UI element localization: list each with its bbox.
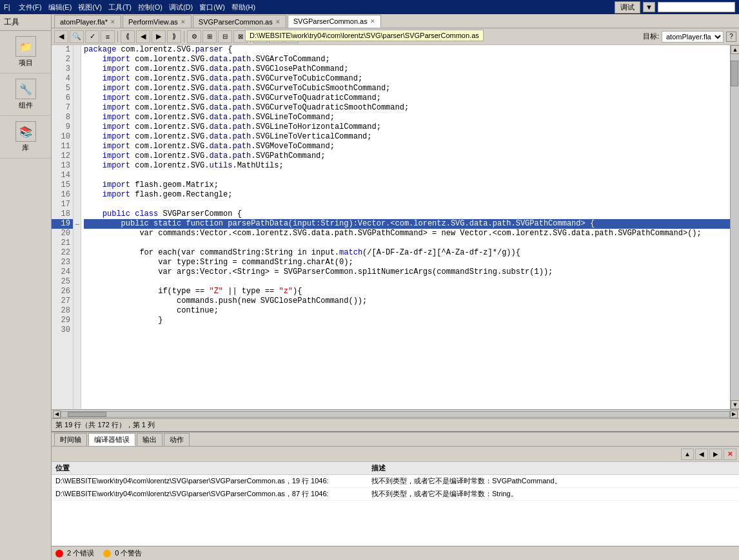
line-num-17: 17 [52, 200, 73, 209]
tab-atomPlayer[interactable]: atomPlayer.fla* ✕ [54, 15, 121, 28]
warn-count: 0 个警告 [115, 548, 142, 558]
collapse-btn-19[interactable]: − [74, 219, 81, 229]
line-num-22: 22 [52, 248, 73, 258]
sidebar-item-library[interactable]: 📚 库 [0, 116, 51, 159]
components-icon: 🔧 [15, 79, 36, 99]
line-num-2: 2 [52, 55, 73, 64]
bottom-up-btn[interactable]: ▲ [681, 449, 694, 460]
help-btn[interactable]: ? [726, 32, 736, 42]
error-count: 2 个错误 [67, 548, 94, 558]
error-row-2[interactable]: D:\WEBSITE\work\try04\com\lorentz\SVG\pa… [52, 488, 739, 501]
error-pos-2: D:\WEBSITE\work\try04\com\lorentz\SVG\pa… [55, 489, 371, 499]
back-btn[interactable]: ◀ [54, 30, 68, 43]
code-line-30 [84, 325, 730, 335]
tab-SVGParser1-close[interactable]: ✕ [275, 19, 281, 25]
horizontal-scrollbar[interactable]: ◀ ▶ [52, 409, 739, 418]
hscroll-left-btn[interactable]: ◀ [53, 410, 61, 418]
scroll-up-btn[interactable]: ▲ [731, 45, 739, 54]
project-icon: 📁 [15, 36, 36, 57]
bottom-content[interactable]: 位置 描述 D:\WEBSITE\work\try04\com\lorentz\… [52, 462, 739, 546]
line-num-11: 11 [52, 142, 73, 151]
tab-SVGParser1-label: SVGParserCommon.as [199, 18, 273, 26]
code-line-11: import com.lorentz.SVG.data.path.SVGMove… [84, 142, 730, 151]
line-num-27: 27 [52, 296, 73, 306]
code-line-28: continue; [84, 306, 730, 316]
tab-actions[interactable]: 动作 [164, 433, 190, 446]
line-num-16: 16 [52, 190, 73, 200]
vertical-scrollbar[interactable]: ▲ ▼ [730, 45, 739, 409]
bottom-left-btn[interactable]: ◀ [695, 449, 708, 460]
error-table-header: 位置 描述 [52, 462, 739, 475]
error-desc-2: 找不到类型，或者它不是编译时常数：String。 [371, 489, 518, 499]
hscroll-track[interactable] [61, 411, 730, 418]
menu-control[interactable]: 控制(O) [135, 1, 166, 14]
tab-atomPlayer-close[interactable]: ✕ [110, 19, 115, 25]
dropdown-icon[interactable]: ▼ [643, 2, 655, 12]
target-select[interactable]: atomPlayer.fla [662, 31, 724, 43]
tab-timeline[interactable]: 时间轴 [54, 433, 87, 446]
menu-tools[interactable]: 工具(T) [105, 1, 135, 14]
tab-PerformView-close[interactable]: ✕ [181, 19, 186, 25]
code-line-12: import com.lorentz.SVG.data.path.SVGPath… [84, 151, 730, 161]
tab-SVGParser1[interactable]: SVGParserCommon.as ✕ [193, 15, 286, 28]
line-num-21: 21 [52, 238, 73, 248]
nav-btn3[interactable]: ▶ [152, 30, 166, 43]
error-desc-1: 找不到类型，或者它不是编译时常数：SVGPathCommand。 [371, 476, 562, 486]
bottom-close-btn[interactable]: ✕ [724, 449, 736, 460]
sidebar-item-project[interactable]: 📁 项目 [0, 31, 51, 73]
code-line-9: import com.lorentz.SVG.data.path.SVGLine… [84, 122, 730, 132]
tool-btn3[interactable]: ⊟ [218, 30, 232, 43]
check-btn[interactable]: ✓ [85, 30, 99, 43]
list-btn[interactable]: ≡ [101, 30, 115, 43]
menu-debug[interactable]: 调试(D) [166, 1, 196, 14]
error-row-1[interactable]: D:\WEBSITE\work\try04\com\lorentz\SVG\pa… [52, 475, 739, 488]
menu-view[interactable]: 视图(V) [75, 1, 105, 14]
sidebar-item-components[interactable]: 🔧 组件 [0, 73, 51, 116]
menu-window[interactable]: 窗口(W) [196, 1, 228, 14]
menu-file[interactable]: 文件(F) [15, 1, 45, 14]
scroll-thumb[interactable] [731, 61, 738, 86]
nav-btn4[interactable]: ⟫ [167, 30, 181, 43]
code-line-19: public static function parsePathData(inp… [84, 219, 730, 229]
tool-btn2[interactable]: ⊞ [202, 30, 217, 43]
line-num-24: 24 [52, 267, 73, 277]
debug-button[interactable]: 调试 [615, 1, 640, 14]
scroll-down-btn[interactable]: ▼ [731, 400, 739, 409]
tab-output[interactable]: 输出 [137, 433, 163, 446]
components-label: 组件 [19, 101, 33, 110]
library-label: 库 [22, 143, 29, 153]
search-input[interactable] [658, 2, 735, 12]
line-num-18: 18 [52, 209, 73, 219]
line-num-1: 1 [52, 45, 73, 55]
line-num-25: 25 [52, 277, 73, 287]
bottom-right-btn[interactable]: ▶ [709, 449, 722, 460]
code-line-4: import com.lorentz.SVG.data.path.SVGCurv… [84, 74, 730, 84]
search-btn[interactable]: 🔍 [70, 30, 84, 43]
tab-atomPlayer-label: atomPlayer.fla* [60, 18, 108, 26]
line-num-30: 30 [52, 325, 73, 335]
secondary-toolbar: ◀ 🔍 ✓ ≡ ⟪ ◀ ▶ ⟫ ⚙ ⊞ ⊟ ⊠ ▣ ◫ ❖ 目标: atomPl… [52, 28, 739, 45]
tab-PerformView[interactable]: PerformView.as ✕ [123, 15, 192, 28]
code-editor[interactable]: package com.lorentz.SVG.parser { import … [81, 45, 730, 409]
tab-compiler-errors[interactable]: 编译器错误 [88, 433, 135, 446]
line-num-3: 3 [52, 64, 73, 74]
error-pos-1: D:\WEBSITE\work\try04\com\lorentz\SVG\pa… [55, 476, 371, 486]
line-num-12: 12 [52, 151, 73, 161]
nav-btn1[interactable]: ⟪ [121, 30, 135, 43]
tab-SVGParser2[interactable]: SVGParserCommon.as ✕ [288, 15, 381, 28]
line-num-28: 28 [52, 306, 73, 316]
tab-SVGParser2-close[interactable]: ✕ [370, 18, 375, 24]
hscroll-right-btn[interactable]: ▶ [730, 410, 738, 418]
tool-btn1[interactable]: ⚙ [187, 30, 201, 43]
target-label: 目标: [643, 32, 659, 41]
menu-edit[interactable]: 编辑(E) [45, 1, 75, 14]
hscroll-thumb[interactable] [68, 412, 106, 417]
nav-btn2[interactable]: ◀ [136, 30, 150, 43]
menu-help[interactable]: 帮助(H) [228, 1, 259, 14]
title-bar: F| 文件(F) 编辑(E) 视图(V) 工具(T) 控制(O) 调试(D) 窗… [0, 0, 739, 14]
scroll-track[interactable] [731, 54, 739, 400]
project-label: 项目 [19, 58, 33, 68]
status-line-text: 第 19 行（共 172 行），第 1 列 [55, 420, 155, 430]
bottom-tabs: 时间轴 编译器错误 输出 动作 [52, 432, 739, 447]
code-line-17 [84, 200, 730, 209]
